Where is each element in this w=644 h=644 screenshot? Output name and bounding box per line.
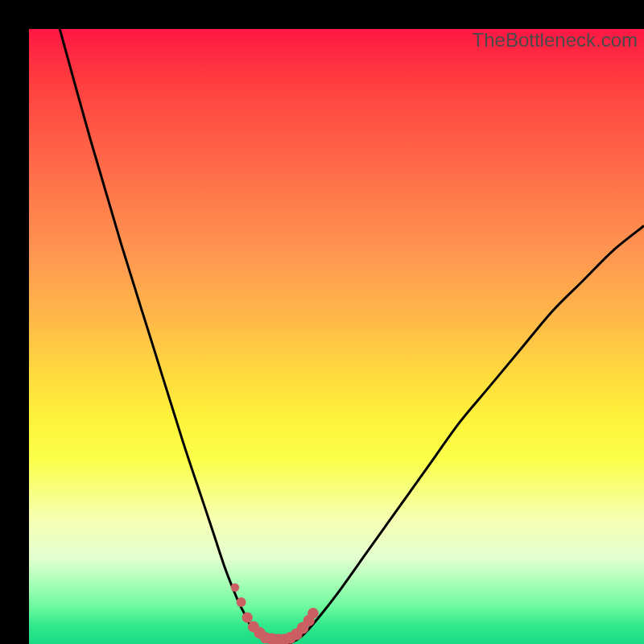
curve-path <box>60 29 644 644</box>
highlight-dot <box>231 584 239 592</box>
chart-frame: TheBottleneck.com <box>0 0 644 644</box>
highlight-dot <box>242 613 253 623</box>
plot-area: TheBottleneck.com <box>29 29 644 644</box>
highlight-dot <box>308 608 319 619</box>
bottleneck-curve <box>29 29 644 644</box>
highlight-dot <box>237 597 246 607</box>
marker-group <box>231 584 319 644</box>
